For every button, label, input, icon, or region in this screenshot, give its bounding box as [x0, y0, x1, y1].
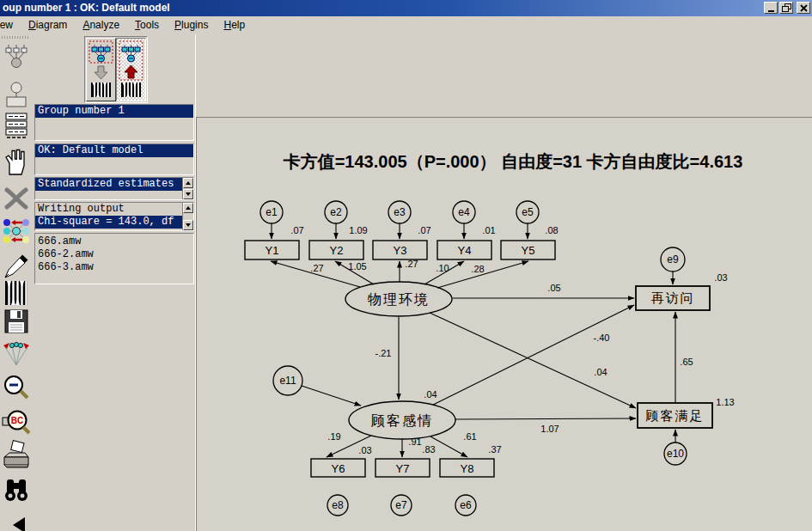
node-e8[interactable]: e8 — [327, 495, 348, 516]
node-e10[interactable]: e10 — [664, 442, 687, 465]
node-customer-satisfaction[interactable]: 顾客满足 — [638, 403, 712, 428]
close-icon — [798, 3, 809, 13]
zoom-out-icon[interactable] — [1, 373, 32, 404]
node-e5[interactable]: e5 — [516, 201, 539, 223]
file-item[interactable]: 666-3.amw — [35, 261, 193, 274]
bc-magnifier-icon[interactable]: BC — [1, 407, 32, 438]
menu-item-analyze[interactable]: Analyze — [75, 17, 127, 34]
spin-up-button[interactable] — [183, 203, 193, 213]
diagram-canvas[interactable]: 卡方值=143.005（P=.000） 自由度=31 卡方自由度比=4.613e… — [196, 117, 812, 531]
file-item[interactable]: 666-2.amw — [35, 248, 193, 261]
node-Y6[interactable]: Y6 — [311, 459, 365, 477]
spin-down-button[interactable] — [183, 189, 193, 199]
node-e2[interactable]: e2 — [325, 201, 347, 223]
node-label-e4: e4 — [458, 206, 470, 218]
amos-window: oup number 1 : OK: Default model iewDiag… — [0, 0, 812, 531]
menu-item-help[interactable]: Help — [216, 17, 253, 34]
view-output-path-diagram-button[interactable] — [116, 38, 146, 101]
node-Y1[interactable]: Y1 — [245, 241, 299, 259]
abacus-icon[interactable] — [1, 278, 32, 309]
path-arrow — [433, 305, 634, 405]
node-label-e11: e11 — [279, 375, 296, 387]
node-colors-icon[interactable] — [1, 215, 32, 246]
estimates-spinner — [182, 178, 193, 199]
file-item[interactable]: 666.amw — [35, 235, 193, 248]
node-physical-environment[interactable]: 物理环境 — [345, 282, 452, 316]
save-icon[interactable] — [1, 306, 32, 337]
path-arrow — [430, 436, 467, 457]
binoculars-icon[interactable] — [1, 474, 32, 505]
coefficient-label: .08 — [545, 225, 558, 235]
node-Y3[interactable]: Y3 — [373, 241, 427, 259]
node-e11[interactable]: e11 — [273, 366, 302, 395]
coefficient-label: .05 — [547, 283, 560, 293]
coefficient-label: .83 — [422, 444, 435, 455]
menu-item-plugins[interactable]: Plugins — [167, 17, 216, 34]
coefficient-label: .61 — [463, 431, 476, 442]
node-label-e9: e9 — [667, 253, 679, 266]
coefficient-label: 1.07 — [540, 424, 559, 434]
node-Y4[interactable]: Y4 — [437, 241, 491, 259]
print-icon[interactable] — [1, 440, 32, 471]
svg-text:BC: BC — [11, 416, 23, 425]
data-list-icon[interactable] — [1, 110, 32, 141]
model-item[interactable]: OK: Default model — [35, 144, 193, 157]
node-e7[interactable]: e7 — [391, 495, 412, 516]
node-revisit[interactable]: 再访问 — [636, 286, 710, 310]
coefficient-label: .03 — [714, 272, 727, 283]
node-label-customer-satisfaction: 顾客满足 — [646, 409, 705, 423]
node-label-e7: e7 — [395, 499, 407, 511]
status-line-1: Writing output — [35, 203, 182, 216]
node-e6[interactable]: e6 — [455, 495, 476, 516]
close-button[interactable] — [797, 2, 810, 14]
coefficient-label: -.40 — [594, 333, 610, 343]
spin-up-button[interactable] — [183, 178, 193, 188]
spin-down-button[interactable] — [183, 220, 193, 230]
node-label-e6: e6 — [460, 499, 472, 511]
node-label-Y3: Y3 — [394, 244, 407, 257]
node-customer-emotion[interactable]: 顾客感情 — [349, 401, 455, 439]
coefficient-label: .27 — [405, 259, 418, 269]
coefficient-label: 1.13 — [716, 397, 734, 407]
models-panel: OK: Default model — [34, 143, 194, 175]
node-label-Y8: Y8 — [461, 462, 474, 475]
stylus-icon[interactable] — [1, 251, 32, 282]
view-input-path-diagram-button[interactable] — [86, 38, 116, 101]
node-e1[interactable]: e1 — [260, 201, 283, 223]
coefficient-label: .27 — [310, 263, 323, 273]
node-label-revisit: 再访问 — [651, 291, 695, 305]
window-controls — [764, 2, 810, 14]
node-e3[interactable]: e3 — [388, 201, 411, 223]
menu-item-tools[interactable]: Tools — [127, 17, 167, 34]
up-arrow-icon — [186, 206, 191, 210]
coefficient-label: .19 — [327, 431, 340, 442]
node-label-Y6: Y6 — [332, 462, 345, 475]
scatter-arrows-icon[interactable] — [1, 339, 32, 369]
back-triangle-icon[interactable] — [1, 510, 32, 528]
restore-button[interactable] — [779, 2, 793, 14]
node-Y2[interactable]: Y2 — [309, 241, 363, 259]
menu-item-diagram[interactable]: Diagram — [21, 17, 75, 34]
x-cross-icon[interactable] — [1, 182, 32, 213]
path-diagram-svg: 卡方值=143.005（P=.000） 自由度=31 卡方自由度比=4.613e… — [197, 118, 812, 531]
hand-icon[interactable] — [1, 146, 32, 177]
node-e9[interactable]: e9 — [661, 247, 685, 272]
node-e4[interactable]: e4 — [453, 201, 475, 223]
menu-item-iew[interactable]: iew — [0, 17, 21, 34]
minimize-button[interactable] — [764, 2, 778, 14]
diagram-view-buttons — [84, 36, 148, 103]
main-area: BC — [0, 34, 812, 531]
path-diagram-icon[interactable] — [1, 41, 32, 72]
status-panel: Writing output Chi-square = 143.0, df — [34, 202, 194, 231]
estimates-item[interactable]: Standardized estimates — [35, 178, 182, 191]
node-Y8[interactable]: Y8 — [440, 459, 494, 477]
path-arrow — [455, 418, 636, 419]
node-Y7[interactable]: Y7 — [375, 459, 430, 477]
group-item[interactable]: Group number 1 — [35, 105, 193, 118]
node-Y5[interactable]: Y5 — [501, 241, 555, 259]
latent-variable-icon[interactable] — [1, 79, 32, 110]
path-arrow — [302, 386, 361, 406]
coefficient-label: .01 — [482, 225, 495, 235]
down-arrow-icon — [186, 223, 191, 227]
down-arrow-icon — [186, 192, 191, 196]
